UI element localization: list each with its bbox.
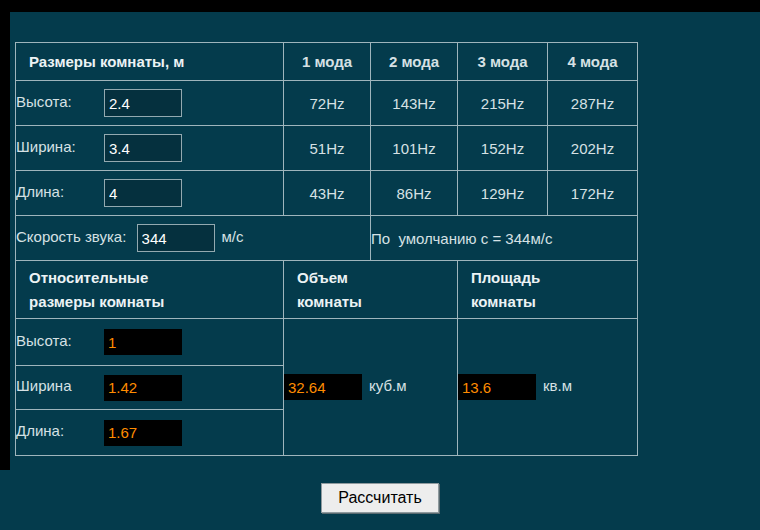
speed-row: Скорость звука: м/с По умолчанию с = 344…: [16, 216, 638, 261]
room-area-header: Площадь комнаты: [471, 266, 576, 313]
height-row: Высота: 72Hz 143Hz 215Hz 287Hz: [16, 81, 638, 126]
length-mode3-freq: 129Hz: [458, 171, 548, 216]
top-black-bar: [0, 0, 760, 12]
height-mode2-freq: 143Hz: [371, 81, 458, 126]
width-label: Ширина:: [16, 138, 104, 155]
relative-length-label: Длина:: [16, 422, 104, 439]
height-label: Высота:: [16, 93, 104, 110]
volume-unit: куб.м: [369, 377, 406, 394]
area-unit: кв.м: [543, 377, 572, 394]
length-mode2-freq: 86Hz: [371, 171, 458, 216]
mode-1-header: 1 мода: [284, 43, 371, 81]
volume-output[interactable]: [284, 374, 362, 400]
length-mode1-freq: 43Hz: [284, 171, 371, 216]
mode-4-header: 4 мода: [548, 43, 638, 81]
relative-width-output[interactable]: [104, 375, 182, 401]
calculate-button[interactable]: Рассчитать: [321, 483, 439, 513]
width-row: Ширина: 51Hz 101Hz 152Hz 202Hz: [16, 126, 638, 171]
relative-width-label: Ширина: [16, 377, 104, 394]
speed-input[interactable]: [137, 224, 215, 252]
mode-3-header: 3 мода: [458, 43, 548, 81]
relative-length-output[interactable]: [104, 420, 182, 446]
relative-height-label: Высота:: [16, 332, 104, 349]
speed-unit: м/с: [222, 228, 244, 245]
relative-height-output[interactable]: [104, 329, 182, 355]
relative-dimensions-header: Относительные размеры комнаты: [29, 266, 204, 313]
width-mode2-freq: 101Hz: [371, 126, 458, 171]
room-modes-table: Размеры комнаты, м 1 мода 2 мода 3 мода …: [15, 42, 638, 456]
height-mode3-freq: 215Hz: [458, 81, 548, 126]
width-input[interactable]: [104, 134, 182, 162]
room-volume-header: Объем комнаты: [297, 266, 392, 313]
section2-header-row: Относительные размеры комнаты Объем комн…: [16, 261, 638, 319]
area-output[interactable]: [458, 374, 536, 400]
relative-height-row: Высота: куб.м кв.м: [16, 319, 638, 366]
speed-default-note: По умолчанию с = 344м/с: [371, 230, 552, 247]
length-label: Длина:: [16, 183, 104, 200]
width-mode3-freq: 152Hz: [458, 126, 548, 171]
table-header-row: Размеры комнаты, м 1 мода 2 мода 3 мода …: [16, 43, 638, 81]
height-mode1-freq: 72Hz: [284, 81, 371, 126]
length-input[interactable]: [104, 179, 182, 207]
left-black-bar: [0, 12, 10, 470]
width-mode4-freq: 202Hz: [548, 126, 638, 171]
button-row: Рассчитать: [0, 483, 760, 513]
mode-2-header: 2 мода: [371, 43, 458, 81]
length-mode4-freq: 172Hz: [548, 171, 638, 216]
speed-label: Скорость звука:: [16, 228, 126, 245]
length-row: Длина: 43Hz 86Hz 129Hz 172Hz: [16, 171, 638, 216]
height-input[interactable]: [104, 89, 182, 117]
height-mode4-freq: 287Hz: [548, 81, 638, 126]
room-dimensions-title: Размеры комнаты, м: [16, 43, 284, 81]
width-mode1-freq: 51Hz: [284, 126, 371, 171]
